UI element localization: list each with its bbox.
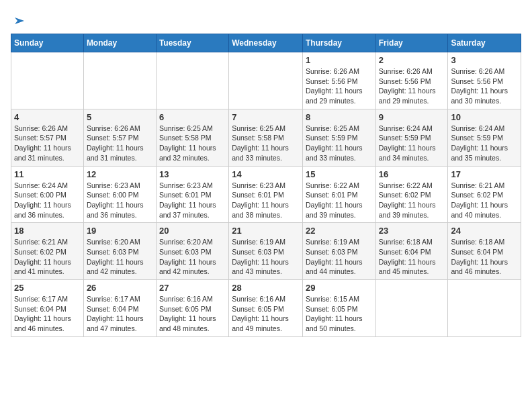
day-info: Sunrise: 6:16 AM Sunset: 6:05 PM Dayligh… [159, 294, 226, 334]
day-number: 19 [87, 226, 153, 236]
calendar-cell: 19Sunrise: 6:20 AM Sunset: 6:03 PM Dayli… [83, 223, 156, 280]
day-info: Sunrise: 6:20 AM Sunset: 6:03 PM Dayligh… [87, 237, 153, 277]
day-info: Sunrise: 6:16 AM Sunset: 6:05 PM Dayligh… [232, 294, 300, 334]
day-info: Sunrise: 6:20 AM Sunset: 6:03 PM Dayligh… [159, 237, 226, 277]
calendar-cell: 5Sunrise: 6:26 AM Sunset: 5:57 PM Daylig… [83, 109, 156, 166]
day-header: Sunday [11, 34, 84, 52]
calendar-cell: 26Sunrise: 6:17 AM Sunset: 6:04 PM Dayli… [83, 280, 156, 337]
calendar-week-row: 18Sunrise: 6:21 AM Sunset: 6:02 PM Dayli… [11, 223, 521, 280]
day-number: 24 [451, 226, 518, 236]
day-info: Sunrise: 6:24 AM Sunset: 5:59 PM Dayligh… [451, 124, 518, 163]
day-info: Sunrise: 6:18 AM Sunset: 6:04 PM Dayligh… [379, 237, 445, 277]
day-info: Sunrise: 6:25 AM Sunset: 5:59 PM Dayligh… [306, 124, 373, 163]
day-info: Sunrise: 6:22 AM Sunset: 6:01 PM Dayligh… [306, 181, 373, 220]
calendar-week-row: 1Sunrise: 6:26 AM Sunset: 5:56 PM Daylig… [11, 52, 521, 109]
day-info: Sunrise: 6:26 AM Sunset: 5:57 PM Dayligh… [87, 124, 153, 163]
calendar-week-row: 4Sunrise: 6:26 AM Sunset: 5:57 PM Daylig… [11, 109, 521, 166]
calendar-week-row: 11Sunrise: 6:24 AM Sunset: 6:00 PM Dayli… [11, 166, 521, 223]
calendar-week-row: 25Sunrise: 6:17 AM Sunset: 6:04 PM Dayli… [11, 280, 521, 337]
day-number: 12 [87, 169, 153, 179]
day-header: Tuesday [156, 34, 228, 52]
day-info: Sunrise: 6:24 AM Sunset: 5:59 PM Dayligh… [379, 124, 445, 163]
day-info: Sunrise: 6:23 AM Sunset: 6:00 PM Dayligh… [87, 181, 153, 220]
day-info: Sunrise: 6:22 AM Sunset: 6:02 PM Dayligh… [379, 181, 445, 220]
day-number: 26 [87, 283, 153, 293]
day-number: 27 [159, 283, 226, 293]
calendar-cell: 1Sunrise: 6:26 AM Sunset: 5:56 PM Daylig… [302, 52, 375, 109]
calendar-cell [156, 52, 228, 109]
day-number: 8 [306, 112, 373, 122]
day-number: 10 [451, 112, 518, 122]
calendar-cell: 4Sunrise: 6:26 AM Sunset: 5:57 PM Daylig… [11, 109, 84, 166]
day-info: Sunrise: 6:17 AM Sunset: 6:04 PM Dayligh… [14, 294, 81, 334]
day-info: Sunrise: 6:24 AM Sunset: 6:00 PM Dayligh… [14, 181, 81, 220]
day-info: Sunrise: 6:18 AM Sunset: 6:04 PM Dayligh… [451, 237, 518, 277]
day-number: 15 [306, 169, 373, 179]
logo [11, 13, 27, 28]
calendar-cell: 3Sunrise: 6:26 AM Sunset: 5:56 PM Daylig… [448, 52, 521, 109]
day-number: 7 [232, 112, 300, 122]
day-number: 22 [306, 226, 373, 236]
day-number: 29 [306, 283, 373, 293]
day-header: Saturday [448, 34, 521, 52]
calendar-body: 1Sunrise: 6:26 AM Sunset: 5:56 PM Daylig… [11, 52, 521, 337]
calendar-cell: 24Sunrise: 6:18 AM Sunset: 6:04 PM Dayli… [448, 223, 521, 280]
calendar-cell: 2Sunrise: 6:26 AM Sunset: 5:56 PM Daylig… [375, 52, 448, 109]
calendar-cell: 15Sunrise: 6:22 AM Sunset: 6:01 PM Dayli… [302, 166, 375, 223]
day-info: Sunrise: 6:21 AM Sunset: 6:02 PM Dayligh… [451, 181, 518, 220]
day-number: 1 [306, 55, 373, 65]
day-number: 25 [14, 283, 81, 293]
day-number: 3 [451, 55, 518, 65]
day-info: Sunrise: 6:19 AM Sunset: 6:03 PM Dayligh… [232, 237, 300, 277]
day-info: Sunrise: 6:25 AM Sunset: 5:58 PM Dayligh… [232, 124, 300, 163]
calendar-cell: 8Sunrise: 6:25 AM Sunset: 5:59 PM Daylig… [302, 109, 375, 166]
day-info: Sunrise: 6:26 AM Sunset: 5:56 PM Dayligh… [379, 66, 445, 106]
day-number: 2 [379, 55, 445, 65]
calendar-cell: 23Sunrise: 6:18 AM Sunset: 6:04 PM Dayli… [375, 223, 448, 280]
day-header: Friday [375, 34, 448, 52]
day-info: Sunrise: 6:26 AM Sunset: 5:56 PM Dayligh… [306, 66, 373, 106]
svg-marker-0 [15, 17, 24, 24]
day-number: 6 [159, 112, 226, 122]
logo-icon [12, 13, 27, 28]
day-info: Sunrise: 6:25 AM Sunset: 5:58 PM Dayligh… [159, 124, 226, 163]
day-info: Sunrise: 6:26 AM Sunset: 5:56 PM Dayligh… [451, 66, 518, 106]
day-number: 17 [451, 169, 518, 179]
day-number: 9 [379, 112, 445, 122]
calendar-cell [229, 52, 303, 109]
day-info: Sunrise: 6:19 AM Sunset: 6:03 PM Dayligh… [306, 237, 373, 277]
day-info: Sunrise: 6:26 AM Sunset: 5:57 PM Dayligh… [14, 124, 81, 163]
calendar-cell: 14Sunrise: 6:23 AM Sunset: 6:01 PM Dayli… [229, 166, 303, 223]
day-number: 16 [379, 169, 445, 179]
day-number: 21 [232, 226, 300, 236]
calendar-cell: 25Sunrise: 6:17 AM Sunset: 6:04 PM Dayli… [11, 280, 84, 337]
day-number: 11 [14, 169, 81, 179]
day-number: 28 [232, 283, 300, 293]
calendar-cell [448, 280, 521, 337]
day-number: 4 [14, 112, 81, 122]
calendar-cell: 27Sunrise: 6:16 AM Sunset: 6:05 PM Dayli… [156, 280, 228, 337]
calendar-cell: 18Sunrise: 6:21 AM Sunset: 6:02 PM Dayli… [11, 223, 84, 280]
calendar-cell: 10Sunrise: 6:24 AM Sunset: 5:59 PM Dayli… [448, 109, 521, 166]
calendar-cell [11, 52, 84, 109]
calendar-cell: 16Sunrise: 6:22 AM Sunset: 6:02 PM Dayli… [375, 166, 448, 223]
calendar-cell: 21Sunrise: 6:19 AM Sunset: 6:03 PM Dayli… [229, 223, 303, 280]
day-header: Wednesday [229, 34, 303, 52]
calendar-header-row: SundayMondayTuesdayWednesdayThursdayFrid… [11, 34, 521, 52]
day-info: Sunrise: 6:23 AM Sunset: 6:01 PM Dayligh… [159, 181, 226, 220]
calendar-cell: 9Sunrise: 6:24 AM Sunset: 5:59 PM Daylig… [375, 109, 448, 166]
day-header: Monday [83, 34, 156, 52]
calendar-cell: 7Sunrise: 6:25 AM Sunset: 5:58 PM Daylig… [229, 109, 303, 166]
calendar-cell: 17Sunrise: 6:21 AM Sunset: 6:02 PM Dayli… [448, 166, 521, 223]
day-number: 14 [232, 169, 300, 179]
day-number: 23 [379, 226, 445, 236]
calendar-cell: 20Sunrise: 6:20 AM Sunset: 6:03 PM Dayli… [156, 223, 228, 280]
day-info: Sunrise: 6:15 AM Sunset: 6:05 PM Dayligh… [306, 294, 373, 334]
calendar-cell [375, 280, 448, 337]
day-header: Thursday [302, 34, 375, 52]
calendar-cell: 28Sunrise: 6:16 AM Sunset: 6:05 PM Dayli… [229, 280, 303, 337]
calendar-cell: 29Sunrise: 6:15 AM Sunset: 6:05 PM Dayli… [302, 280, 375, 337]
day-info: Sunrise: 6:21 AM Sunset: 6:02 PM Dayligh… [14, 237, 81, 277]
day-info: Sunrise: 6:17 AM Sunset: 6:04 PM Dayligh… [87, 294, 153, 334]
calendar-cell: 6Sunrise: 6:25 AM Sunset: 5:58 PM Daylig… [156, 109, 228, 166]
